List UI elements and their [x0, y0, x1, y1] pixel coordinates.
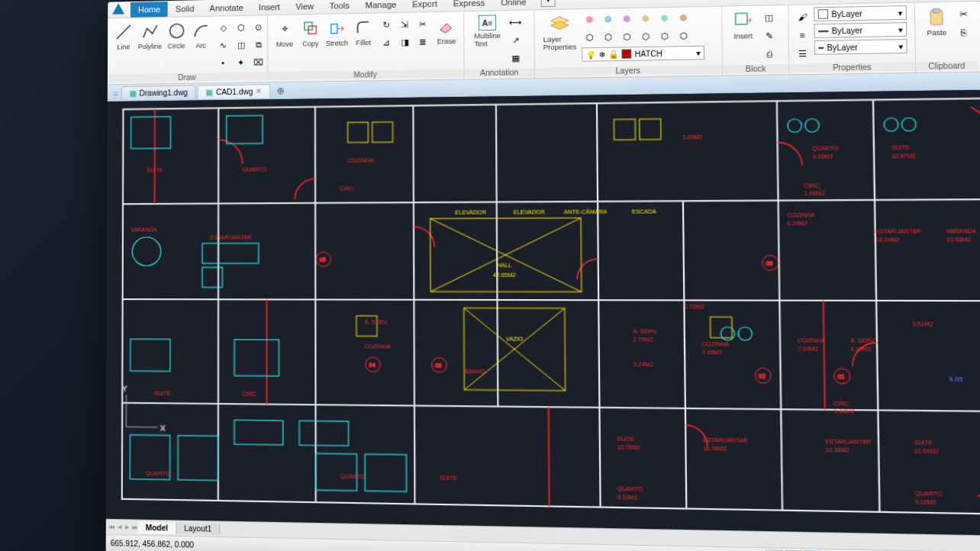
- table-btn[interactable]: ▦: [508, 50, 524, 66]
- tool-line[interactable]: Line: [112, 21, 135, 53]
- layer-mini-5[interactable]: ⬢: [656, 10, 673, 26]
- lineweight-dropdown[interactable]: ━ByLayer▾: [814, 39, 907, 55]
- layer-mini-7[interactable]: ⬡: [582, 29, 598, 45]
- tool-copy[interactable]: Copy: [298, 17, 323, 50]
- tool-arc[interactable]: Arc: [189, 19, 212, 51]
- ws-tab-model[interactable]: Model: [138, 522, 176, 534]
- svg-text:6.29M2: 6.29M2: [787, 220, 808, 227]
- layer-mini-8[interactable]: ⬡: [600, 29, 617, 45]
- layer-mini-6[interactable]: ⬢: [675, 9, 692, 25]
- tab-view[interactable]: View: [288, 0, 321, 14]
- svg-text:1.00M2: 1.00M2: [804, 189, 825, 197]
- tab-express[interactable]: Express: [445, 0, 492, 11]
- mod-mini-5[interactable]: ◨: [397, 34, 413, 50]
- app-logo-icon: [111, 3, 126, 17]
- cut-icon[interactable]: ✂: [954, 5, 972, 21]
- ws-next-icon[interactable]: ►: [124, 524, 131, 530]
- ribbon-group-annotation: A≡Multiline Text ⟷ ↗ ▦ Annotation: [464, 10, 535, 79]
- doc-tab-drawing1[interactable]: ▦Drawing1.dwg: [121, 85, 196, 99]
- leader-btn[interactable]: ↗: [508, 32, 524, 48]
- ws-prev-icon[interactable]: ◄: [117, 524, 123, 530]
- ribbon-group-clipboard: Paste ✂ ⎘ Clipboard: [915, 2, 978, 72]
- new-tab-icon[interactable]: ⊕: [272, 85, 289, 95]
- group-label-modify: Modify: [268, 69, 463, 80]
- svg-line-0: [117, 25, 131, 39]
- color-dropdown[interactable]: ByLayer▾: [814, 5, 907, 21]
- tab-online[interactable]: Online: [493, 0, 535, 10]
- ribbon-minimize-icon[interactable]: ▾: [541, 0, 556, 7]
- ws-first-icon[interactable]: ⏮: [109, 524, 115, 530]
- layer-mini-10[interactable]: ⬡: [638, 28, 655, 44]
- svg-text:3.00M2: 3.00M2: [682, 134, 702, 141]
- svg-text:VARANDA: VARANDA: [946, 227, 976, 235]
- drawing-canvas[interactable]: — ❐ ✕: [106, 89, 980, 536]
- block-mini-1[interactable]: ◫: [760, 9, 777, 25]
- layer-mini-12[interactable]: ⬡: [675, 27, 692, 44]
- layer-mini-1[interactable]: ⬢: [582, 11, 598, 27]
- draw-mini-5[interactable]: ◫: [233, 37, 248, 53]
- draw-mini-8[interactable]: ✦: [233, 55, 248, 70]
- tool-layer-properties[interactable]: Layer Properties: [540, 11, 580, 53]
- svg-text:QUARTO: QUARTO: [243, 166, 267, 172]
- tool-erase[interactable]: Erase: [434, 14, 459, 47]
- doc-tab-cad1[interactable]: ▦CAD1.dwg ✕: [198, 84, 271, 98]
- svg-text:1.70M2: 1.70M2: [684, 303, 704, 311]
- draw-mini-9[interactable]: ⌧: [251, 54, 266, 69]
- draw-mini-2[interactable]: ⬡: [233, 20, 248, 35]
- dim-btn[interactable]: ⟷: [508, 14, 524, 31]
- group-label-draw: Draw: [108, 72, 267, 82]
- layer-mini-2[interactable]: ⬢: [600, 11, 616, 27]
- draw-mini-6[interactable]: ⧉: [251, 37, 266, 52]
- draw-mini-1[interactable]: ◇: [215, 20, 230, 35]
- tool-move[interactable]: ✥Move: [272, 18, 297, 50]
- mod-mini-2[interactable]: ⇲: [397, 17, 413, 33]
- draw-mini-7[interactable]: •: [215, 55, 230, 70]
- home-icon[interactable]: ⌂: [111, 89, 121, 97]
- laptop-screen: Home Solid Annotate Insert View Tools Ma…: [106, 0, 980, 551]
- tab-insert[interactable]: Insert: [251, 0, 288, 14]
- svg-text:QUARTO: QUARTO: [340, 472, 365, 480]
- tool-circle[interactable]: Circle: [165, 19, 188, 51]
- tool-polyline[interactable]: Polyline: [137, 20, 163, 52]
- svg-text:VARANDA: VARANDA: [131, 226, 157, 233]
- svg-text:8.10M2: 8.10M2: [617, 494, 637, 501]
- svg-text:11.04M2: 11.04M2: [914, 447, 939, 455]
- draw-mini-3[interactable]: ⊙: [251, 19, 266, 34]
- tool-fillet[interactable]: Fillet: [351, 16, 376, 49]
- tab-home[interactable]: Home: [131, 2, 168, 18]
- tab-export[interactable]: Export: [405, 0, 446, 11]
- close-tab-icon[interactable]: ✕: [256, 87, 262, 95]
- block-mini-3[interactable]: ⎙: [761, 46, 778, 62]
- tool-paste[interactable]: Paste: [920, 5, 953, 39]
- tool-insert-block[interactable]: Insert: [727, 8, 759, 42]
- group-label-properties: Properties: [789, 62, 915, 72]
- ws-tab-layout1[interactable]: Layout1: [176, 523, 220, 535]
- mod-mini-1[interactable]: ↻: [379, 17, 395, 33]
- svg-text:SUITE: SUITE: [617, 435, 634, 443]
- layer-current-dropdown[interactable]: 💡❄🔓 HATCH ▾: [582, 46, 704, 62]
- tab-solid[interactable]: Solid: [168, 1, 201, 17]
- layer-mini-9[interactable]: ⬡: [619, 29, 636, 45]
- linetype-dropdown[interactable]: ━━ByLayer▾: [814, 22, 907, 38]
- mod-mini-3[interactable]: ✂: [415, 16, 431, 32]
- ribbon-group-layers: Layer Properties ⬢ ⬢ ⬢ ⬢ ⬢ ⬢ ⬡ ⬡: [534, 7, 723, 79]
- match-props-icon[interactable]: 🖌: [794, 9, 811, 25]
- prop-mini-3[interactable]: ☰: [795, 45, 811, 61]
- copy-clip-icon[interactable]: ⎘: [955, 24, 972, 40]
- tab-annotate[interactable]: Annotate: [201, 0, 250, 15]
- layer-mini-3[interactable]: ⬢: [619, 11, 636, 27]
- mod-mini-6[interactable]: ≣: [415, 34, 431, 50]
- draw-mini-4[interactable]: ∿: [215, 37, 230, 53]
- mod-mini-4[interactable]: ⊿: [379, 34, 395, 50]
- tool-stretch[interactable]: Stretch: [324, 16, 350, 49]
- svg-text:ESTAR/JANTAR: ESTAR/JANTAR: [703, 437, 748, 444]
- layer-mini-11[interactable]: ⬡: [656, 28, 673, 44]
- tab-manage[interactable]: Manage: [357, 0, 405, 12]
- block-mini-2[interactable]: ✎: [760, 27, 777, 44]
- svg-text:10.78M2: 10.78M2: [617, 443, 640, 451]
- layer-mini-4[interactable]: ⬢: [637, 10, 654, 26]
- tool-mtext[interactable]: A≡Multiline Text: [469, 13, 505, 50]
- prop-mini-2[interactable]: ≡: [794, 27, 811, 43]
- ws-last-icon[interactable]: ⏭: [132, 524, 138, 530]
- tab-tools[interactable]: Tools: [321, 0, 357, 13]
